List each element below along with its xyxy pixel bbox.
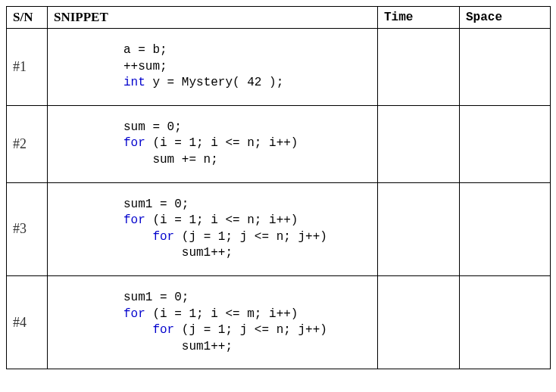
row-sn: #3 xyxy=(7,182,48,275)
code-block: sum1 = 0; for (i = 1; i <= m; i++) for (… xyxy=(54,290,371,355)
header-sn: S/N xyxy=(7,7,48,29)
keyword: int xyxy=(123,76,145,89)
row-space xyxy=(460,182,551,275)
table-row: #2sum = 0; for (i = 1; i <= n; i++) sum … xyxy=(7,105,551,182)
code-block: a = b; ++sum; int y = Mystery( 42 ); xyxy=(54,42,371,92)
row-snippet: a = b; ++sum; int y = Mystery( 42 ); xyxy=(48,29,378,106)
keyword: for xyxy=(152,323,174,337)
keyword: for xyxy=(123,307,145,321)
keyword: for xyxy=(123,136,145,150)
row-snippet: sum1 = 0; for (i = 1; i <= m; i++) for (… xyxy=(48,275,378,369)
row-space xyxy=(460,29,551,106)
header-snippet: SNIPPET xyxy=(48,7,378,29)
row-time xyxy=(378,182,460,275)
row-sn: #4 xyxy=(7,275,48,369)
code-block: sum1 = 0; for (i = 1; i <= n; i++) for (… xyxy=(54,197,371,262)
table-body: #1a = b; ++sum; int y = Mystery( 42 );#2… xyxy=(7,29,551,369)
row-snippet: sum1 = 0; for (i = 1; i <= n; i++) for (… xyxy=(48,182,378,275)
table-row: #1a = b; ++sum; int y = Mystery( 42 ); xyxy=(7,29,551,106)
row-space xyxy=(460,105,551,182)
row-snippet: sum = 0; for (i = 1; i <= n; i++) sum +=… xyxy=(48,105,378,182)
table-row: #3sum1 = 0; for (i = 1; i <= n; i++) for… xyxy=(7,182,551,275)
row-space xyxy=(460,275,551,369)
header-time: Time xyxy=(378,7,460,29)
row-time xyxy=(378,29,460,106)
code-block: sum = 0; for (i = 1; i <= n; i++) sum +=… xyxy=(54,120,371,169)
row-sn: #1 xyxy=(7,29,48,106)
table-row: #4sum1 = 0; for (i = 1; i <= m; i++) for… xyxy=(7,275,551,369)
header-space: Space xyxy=(460,7,551,29)
row-sn: #2 xyxy=(7,105,48,182)
keyword: for xyxy=(152,230,174,244)
keyword: for xyxy=(123,213,145,227)
row-time xyxy=(378,105,460,182)
header-row: S/N SNIPPET Time Space xyxy=(7,7,551,29)
row-time xyxy=(378,275,460,369)
complexity-table: S/N SNIPPET Time Space #1a = b; ++sum; i… xyxy=(6,6,551,369)
